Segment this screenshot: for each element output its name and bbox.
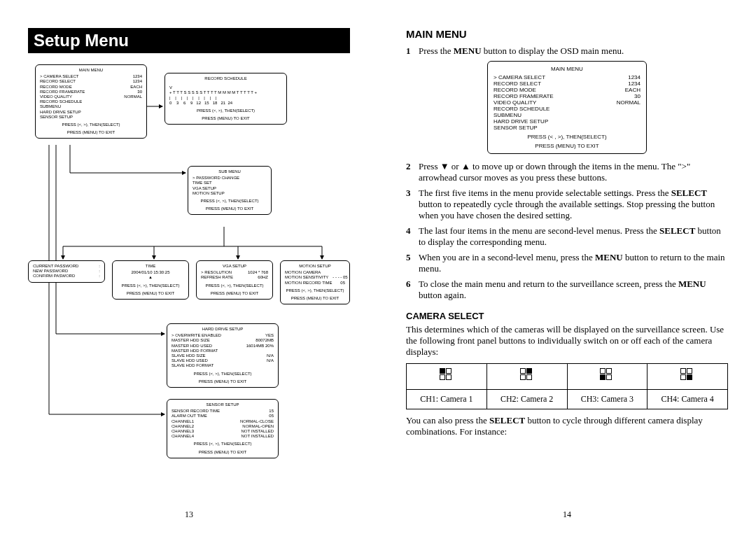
camera-select-after: You can also press the SELECT button to … — [406, 415, 728, 437]
ch3-label: CH3: Camera 3 — [567, 390, 648, 409]
camera-select-intro: This determines which of the cameras wil… — [406, 324, 728, 358]
heading-camera-select: CAMERA SELECT — [406, 311, 728, 321]
heading-main-menu: MAIN MENU — [406, 28, 728, 40]
camera-table: CH1: Camera 1 CH2: Camera 2 CH3: Camera … — [406, 363, 728, 409]
setup-menu-banner: Setup Menu — [28, 28, 350, 53]
quad-icon-ch1 — [407, 364, 487, 390]
ch1-label: CH1: Camera 1 — [407, 390, 487, 409]
box-sensor: SENSOR SETUP SENSOR RECORD TIME15ALARM O… — [167, 399, 279, 458]
box-password: CURRENT PASSWORD:NEW PASSWORD:CONFIRM PA… — [28, 260, 105, 283]
quad-icon-ch4 — [648, 364, 728, 390]
step-6: To close the main menu and return to the… — [419, 279, 728, 301]
box-motion: MOTION SETUP MOTION CAMERAMOTION SENSITI… — [280, 260, 350, 304]
box-hdd: HARD DRIVE SETUP > OVERWRITE ENABLEDYESM… — [167, 323, 279, 388]
page-number-left: 13 — [0, 510, 378, 520]
step-5: When you are in a second-level menu, pre… — [419, 252, 728, 274]
step-4: The last four items in the menu are seco… — [419, 225, 728, 248]
ch2-label: CH2: Camera 2 — [486, 390, 567, 409]
right-main-menu-box: MAIN MENU > CAMERA SELECT1234RECORD SELE… — [487, 61, 647, 154]
left-page: Setup Menu MAIN MENU > CAMERA — [0, 0, 378, 534]
box-time: TIME 2004/01/10 15:30:25 ▲ PRESS (<, >),… — [112, 260, 189, 300]
page-number-right: 14 — [378, 510, 756, 520]
ch4-label: CH4: Camera 4 — [648, 390, 728, 409]
steps-list-2: 2Press ▼ or ▲ to move up or down through… — [406, 161, 728, 301]
right-page: MAIN MENU 1 Press the MENU button to dis… — [378, 0, 756, 534]
steps-list: 1 Press the MENU button to display the O… — [406, 45, 728, 57]
quad-icon-ch2 — [486, 364, 567, 390]
box-record-schedule: RECORD SCHEDULE V + T T T S S S S S T T … — [164, 73, 287, 125]
step-2: Press ▼ or ▲ to move up or down through … — [419, 161, 728, 183]
box-main-menu: MAIN MENU > CAMERA SELECT1234RECORD SELE… — [35, 64, 147, 139]
step-3: The first five items in the menu provide… — [419, 188, 728, 221]
box-sub-menu: SUB MENU > PASSWORD CHANGETIME SETVGA SE… — [188, 166, 272, 215]
menu-diagram: MAIN MENU > CAMERA SELECT1234RECORD SELE… — [28, 64, 350, 498]
box-vga: VGA SETUP > RESOLUTION1024 * 768REFRESH … — [196, 260, 273, 300]
quad-icon-ch3 — [567, 364, 648, 390]
step-1: Press the MENU button to display the OSD… — [419, 45, 728, 57]
